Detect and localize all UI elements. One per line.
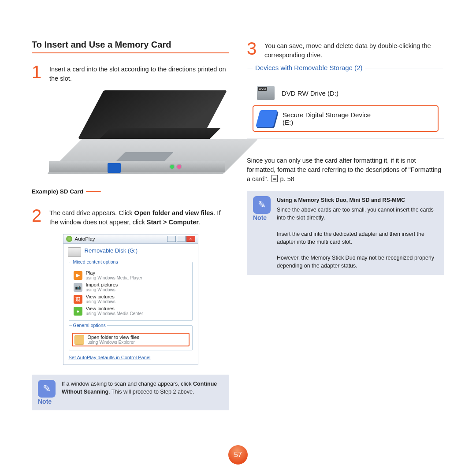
- format-paragraph: Since you can only use the card after fo…: [247, 154, 444, 184]
- laptop-illustration: [38, 90, 223, 183]
- autoplay-defaults-link[interactable]: Set AutoPlay defaults in Control Panel: [63, 351, 198, 364]
- autoplay-window: AutoPlay × Removable Disk (G:) Mixed con…: [63, 234, 198, 365]
- window-titlebar: AutoPlay ×: [63, 234, 198, 244]
- page-ref-icon: [271, 175, 278, 182]
- sd-card-label: Example) SD Card: [32, 188, 101, 195]
- note-box: ✎ Note Using a Memory Stick Duo, Mini SD…: [247, 191, 444, 275]
- step-number: 2: [32, 207, 43, 227]
- note-label: Note: [38, 398, 56, 405]
- pencil-icon: ✎: [38, 380, 56, 398]
- drive-icon: [68, 247, 81, 257]
- autoplay-option[interactable]: 📷Import picturesusing Windows: [72, 281, 190, 293]
- step-1: 1 Insert a card into the slot according …: [32, 63, 229, 83]
- autoplay-icon: [66, 236, 72, 242]
- cam-icon: 📷: [74, 283, 82, 292]
- drive-title: Removable Disk (G:): [85, 247, 138, 257]
- note-box: ✎ Note If a window asking to scan and ch…: [32, 375, 229, 410]
- step-text: You can save, move and delete data by do…: [264, 40, 444, 60]
- pic-icon: 🖼: [74, 295, 82, 304]
- fieldset-legend: General options: [72, 323, 107, 328]
- step-text: Insert a card into the slot according to…: [49, 63, 229, 83]
- close-button[interactable]: ×: [186, 236, 195, 242]
- step-text: The card drive appears. Click Open folde…: [49, 207, 229, 227]
- autoplay-option[interactable]: 🖼View picturesusing Windows: [72, 293, 190, 305]
- page-number-badge: 57: [228, 445, 248, 465]
- pencil-icon: ✎: [253, 196, 271, 214]
- autoplay-option[interactable]: ●View picturesusing Windows Media Center: [72, 305, 190, 317]
- open-folder-option[interactable]: Open folder to view filesusing Windows E…: [72, 333, 190, 346]
- fieldset-legend: Mixed content options: [72, 259, 119, 264]
- step-3: 3 You can save, move and delete data by …: [247, 40, 444, 60]
- dvd-icon: [257, 86, 275, 100]
- sd-device-icon: [256, 110, 278, 127]
- folder-icon: [74, 335, 84, 345]
- devices-header: Devices with Removable Storage (2): [253, 64, 365, 71]
- devices-panel: Devices with Removable Storage (2) DVD R…: [247, 68, 444, 138]
- dvd-drive-item[interactable]: DVD RW Drive (D:): [253, 81, 439, 105]
- autoplay-option[interactable]: ▶Playusing Windows Media Player: [72, 269, 190, 281]
- step-number: 1: [32, 63, 43, 83]
- note-label: Note: [253, 214, 271, 221]
- section-title: To Insert and Use a Memory Card: [32, 40, 229, 53]
- step-number: 3: [247, 40, 258, 60]
- mc-icon: ●: [74, 307, 82, 316]
- step-2: 2 The card drive appears. Click Open fol…: [32, 207, 229, 227]
- maximize-button[interactable]: [177, 236, 186, 242]
- play-icon: ▶: [74, 271, 82, 280]
- sd-card-icon: [108, 163, 121, 173]
- sd-device-item[interactable]: Secure Digital Storage Device(E:): [253, 105, 439, 132]
- minimize-button[interactable]: [167, 236, 176, 242]
